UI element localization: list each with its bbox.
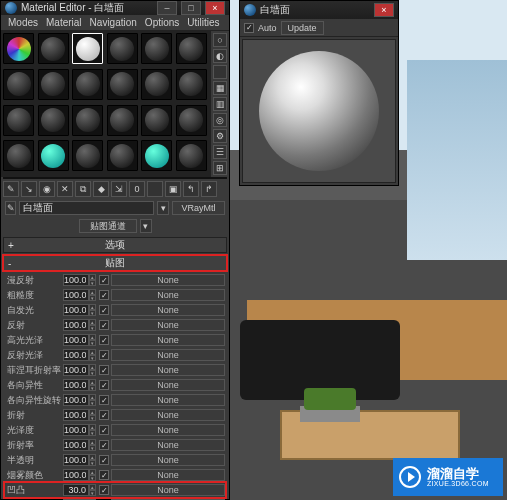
spinner-buttons[interactable]: ▴▾ bbox=[89, 274, 96, 286]
map-enable-checkbox[interactable]: ✓ bbox=[99, 290, 109, 300]
spinner-buttons[interactable]: ▴▾ bbox=[89, 349, 96, 361]
preview-titlebar[interactable]: 白墙面 × bbox=[240, 1, 398, 19]
map-enable-checkbox[interactable]: ✓ bbox=[99, 335, 109, 345]
spinner-buttons[interactable]: ▴▾ bbox=[89, 289, 96, 301]
material-swatch[interactable] bbox=[141, 140, 172, 171]
map-amount-spinner[interactable]: ▴▾ bbox=[63, 274, 97, 286]
map-slot-button[interactable]: None bbox=[111, 334, 225, 346]
close-button[interactable]: × bbox=[205, 1, 225, 15]
maximize-button[interactable]: □ bbox=[181, 1, 201, 15]
map-amount-input[interactable] bbox=[63, 274, 89, 286]
map-slot-button[interactable]: None bbox=[111, 274, 225, 286]
map-enable-checkbox[interactable]: ✓ bbox=[99, 380, 109, 390]
map-amount-spinner[interactable]: ▴▾ bbox=[63, 349, 97, 361]
update-button[interactable]: Update bbox=[281, 21, 324, 35]
spinner-buttons[interactable]: ▴▾ bbox=[89, 304, 96, 316]
material-name-input[interactable] bbox=[19, 201, 154, 215]
material-swatch[interactable] bbox=[3, 33, 34, 64]
map-enable-checkbox[interactable]: ✓ bbox=[99, 440, 109, 450]
material-swatch[interactable] bbox=[38, 105, 69, 136]
map-amount-input[interactable] bbox=[63, 394, 89, 406]
map-enable-checkbox[interactable]: ✓ bbox=[99, 275, 109, 285]
map-amount-input[interactable] bbox=[63, 319, 89, 331]
map-amount-spinner[interactable]: ▴▾ bbox=[63, 409, 97, 421]
map-amount-spinner[interactable]: ▴▾ bbox=[63, 454, 97, 466]
material-swatch[interactable] bbox=[107, 69, 138, 100]
map-amount-input[interactable] bbox=[63, 364, 89, 376]
map-amount-spinner[interactable]: ▴▾ bbox=[63, 304, 97, 316]
material-swatch[interactable] bbox=[107, 105, 138, 136]
material-swatch[interactable] bbox=[176, 69, 207, 100]
make-unique-button[interactable]: ◆ bbox=[93, 181, 109, 197]
spinner-buttons[interactable]: ▴▾ bbox=[89, 394, 96, 406]
material-swatch[interactable] bbox=[38, 140, 69, 171]
material-swatch[interactable] bbox=[38, 69, 69, 100]
map-enable-checkbox[interactable]: ✓ bbox=[99, 350, 109, 360]
menu-modes[interactable]: Modes bbox=[5, 17, 41, 28]
sample-uv-button[interactable]: ▦ bbox=[213, 81, 227, 95]
map-enable-checkbox[interactable]: ✓ bbox=[99, 470, 109, 480]
name-dropdown-icon[interactable]: ▾ bbox=[157, 201, 168, 215]
material-swatch[interactable] bbox=[72, 105, 103, 136]
material-swatch[interactable] bbox=[141, 33, 172, 64]
material-swatch[interactable] bbox=[72, 140, 103, 171]
material-swatch[interactable] bbox=[3, 69, 34, 100]
map-enable-checkbox[interactable]: ✓ bbox=[99, 455, 109, 465]
map-slot-button[interactable]: None bbox=[111, 409, 225, 421]
map-amount-spinner[interactable]: ▴▾ bbox=[63, 424, 97, 436]
material-swatch[interactable] bbox=[107, 140, 138, 171]
map-slot-button[interactable]: None bbox=[111, 394, 225, 406]
options-button[interactable]: ⚙ bbox=[213, 129, 227, 143]
map-amount-spinner[interactable]: ▴▾ bbox=[63, 334, 97, 346]
maps-rollout-header[interactable]: - 贴图 bbox=[3, 255, 227, 271]
map-amount-spinner[interactable]: ▴▾ bbox=[63, 439, 97, 451]
spinner-buttons[interactable]: ▴▾ bbox=[89, 409, 96, 421]
slots-3x2-button[interactable]: ⊞ bbox=[213, 161, 227, 175]
map-amount-input[interactable] bbox=[63, 304, 89, 316]
map-amount-spinner[interactable]: ▴▾ bbox=[63, 289, 97, 301]
material-swatch[interactable] bbox=[176, 33, 207, 64]
backlight-button[interactable]: ◐ bbox=[213, 49, 227, 63]
map-amount-spinner[interactable]: ▴▾ bbox=[63, 364, 97, 376]
editor-titlebar[interactable]: Material Editor - 白墙面 – □ × bbox=[1, 1, 229, 15]
material-swatch[interactable] bbox=[3, 140, 34, 171]
map-amount-input[interactable] bbox=[63, 454, 89, 466]
options-rollout-header[interactable]: + 选项 bbox=[3, 237, 227, 253]
map-slot-button[interactable]: None bbox=[111, 289, 225, 301]
minimize-button[interactable]: – bbox=[157, 1, 177, 15]
spinner-buttons[interactable]: ▴▾ bbox=[89, 364, 96, 376]
material-type-button[interactable]: VRayMtl bbox=[172, 201, 225, 215]
map-amount-spinner[interactable]: ▴▾ bbox=[63, 394, 97, 406]
video-check-button[interactable]: ▥ bbox=[213, 97, 227, 111]
menu-options[interactable]: Options bbox=[142, 17, 182, 28]
preview-close-button[interactable]: × bbox=[374, 3, 394, 17]
map-slot-button[interactable]: None bbox=[111, 349, 225, 361]
material-swatch[interactable] bbox=[107, 33, 138, 64]
map-amount-spinner[interactable]: ▴▾ bbox=[63, 379, 97, 391]
menu-utilities[interactable]: Utilities bbox=[184, 17, 222, 28]
select-by-material-button[interactable]: ☰ bbox=[213, 145, 227, 159]
map-amount-input[interactable] bbox=[63, 349, 89, 361]
map-amount-spinner[interactable]: ▴▾ bbox=[63, 319, 97, 331]
spinner-buttons[interactable]: ▴▾ bbox=[89, 319, 96, 331]
spinner-buttons[interactable]: ▴▾ bbox=[89, 439, 96, 451]
go-forward-button[interactable]: ↱ bbox=[201, 181, 217, 197]
map-amount-input[interactable] bbox=[63, 289, 89, 301]
put-to-scene-button[interactable]: ↘ bbox=[21, 181, 37, 197]
map-slot-button[interactable]: None bbox=[111, 469, 225, 481]
material-swatch[interactable] bbox=[176, 140, 207, 171]
spinner-buttons[interactable]: ▴▾ bbox=[89, 424, 96, 436]
background-button[interactable] bbox=[213, 65, 227, 79]
map-enable-checkbox[interactable]: ✓ bbox=[99, 320, 109, 330]
assign-to-selection-button[interactable]: ◉ bbox=[39, 181, 55, 197]
pick-material-dropdown[interactable]: ✎ bbox=[5, 201, 16, 215]
map-amount-input[interactable] bbox=[63, 424, 89, 436]
put-to-library-button[interactable]: ⇲ bbox=[111, 181, 127, 197]
spinner-buttons[interactable]: ▴▾ bbox=[89, 334, 96, 346]
spinner-buttons[interactable]: ▴▾ bbox=[89, 379, 96, 391]
material-swatch[interactable] bbox=[72, 69, 103, 100]
map-enable-checkbox[interactable]: ✓ bbox=[99, 410, 109, 420]
map-enable-checkbox[interactable]: ✓ bbox=[99, 365, 109, 375]
map-amount-input[interactable] bbox=[63, 439, 89, 451]
map-slot-button[interactable]: None bbox=[111, 454, 225, 466]
